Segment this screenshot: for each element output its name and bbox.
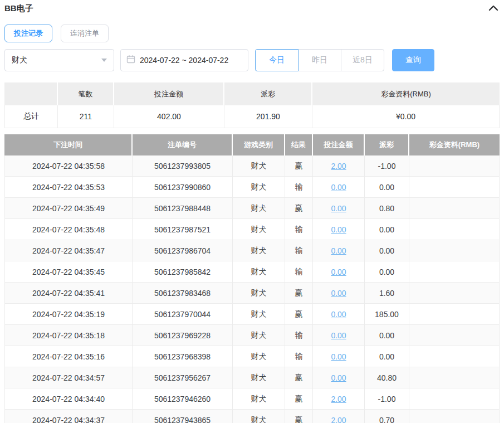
cell-jackpot [409,155,500,176]
cell-bet-amount: 2.00 [313,155,365,176]
summary-total-bet-amount: 402.00 [114,105,224,128]
cell-result: 输 [285,346,313,367]
cell-bet-amount: 0.00 [313,325,365,346]
cell-bet-time: 2024-07-22 04:35:58 [4,155,133,176]
bet-amount-link[interactable]: 0.00 [331,204,346,213]
cell-payout: 0.70 [365,410,409,423]
bet-amount-link[interactable]: 0.00 [331,310,346,319]
cell-payout: 0.80 [365,198,409,218]
cell-game-type: 财犬 [233,240,285,261]
cell-order-id: 5061237988448 [133,198,233,218]
cell-game-type: 财犬 [233,367,285,388]
quick-range-today-button[interactable]: 今日 [255,49,299,71]
chevron-up-icon [488,4,498,13]
cell-result: 赢 [285,155,313,176]
date-range-input[interactable]: 2024-07-22 ~ 2024-07-22 [120,49,248,71]
cell-bet-amount: 0.00 [313,367,365,388]
summary-header-count: 笔数 [58,82,114,105]
cell-jackpot [409,261,500,282]
cell-payout: 40.80 [365,367,409,388]
records-header-jackpot: 彩金资料(RMB) [409,134,500,155]
table-row: 2024-07-22 04:35:48 5061237987521 财犬 输 0… [4,219,500,240]
cell-bet-time: 2024-07-22 04:35:45 [4,261,133,282]
collapse-panel-button[interactable] [487,2,500,14]
table-row: 2024-07-22 04:35:19 5061237970044 财犬 赢 0… [4,304,500,325]
quick-range-yesterday-button[interactable]: 昨日 [298,49,341,71]
cell-bet-amount: 2.00 [313,410,365,423]
summary-total-row: 总计 211 402.00 201.90 ¥0.00 [4,105,500,128]
summary-header-blank [4,82,58,105]
cell-result: 赢 [285,367,313,388]
bet-amount-link[interactable]: 0.00 [331,268,346,276]
cell-result: 输 [285,177,313,197]
cell-result: 赢 [285,410,313,423]
page-title: BB电子 [4,3,33,14]
table-row: 2024-07-22 04:35:45 5061237985842 财犬 输 0… [4,261,500,283]
summary-table: 笔数 投注金额 派彩 彩金资料(RMB) 总计 211 402.00 201.9… [4,82,500,128]
cell-jackpot [409,198,500,218]
table-row: 2024-07-22 04:35:41 5061237983468 财犬 赢 0… [4,283,500,304]
cell-game-type: 财犬 [233,304,285,324]
cell-game-type: 财犬 [233,346,285,367]
tab-bet-records[interactable]: 投注记录 [4,25,52,42]
bet-amount-link[interactable]: 2.00 [331,395,346,403]
cell-jackpot [409,410,500,423]
cell-bet-amount: 0.00 [313,177,365,197]
quick-range-8days-button[interactable]: 近8日 [341,49,384,71]
cell-jackpot [409,325,500,346]
filter-controls: 财犬 2024-07-22 ~ 2024-07-22 今日 昨日 近8日 查询 [4,49,500,71]
cell-bet-amount: 0.00 [313,283,365,303]
table-row: 2024-07-22 04:35:47 5061237986704 财犬 输 0… [4,240,500,261]
cell-game-type: 财犬 [233,219,285,240]
cell-order-id: 5061237983468 [133,283,233,303]
records-header-payout: 派彩 [365,134,409,155]
records-header-result: 结果 [285,134,313,155]
bet-amount-link[interactable]: 0.00 [331,289,346,298]
summary-header-bet-amount: 投注金额 [114,82,224,105]
summary-header-jackpot: 彩金资料(RMB) [312,82,500,105]
table-row: 2024-07-22 04:34:57 5061237956267 财犬 赢 0… [4,367,500,388]
bet-amount-link[interactable]: 0.00 [331,183,346,192]
cell-bet-time: 2024-07-22 04:34:57 [4,367,133,388]
search-button[interactable]: 查询 [392,49,434,71]
cell-payout: 185.00 [365,304,409,324]
cell-game-type: 财犬 [233,177,285,197]
bet-amount-link[interactable]: 2.00 [331,416,346,423]
cell-result: 赢 [285,198,313,218]
records-header-order-id: 注单编号 [133,134,233,155]
cell-game-type: 财犬 [233,198,285,218]
cell-order-id: 5061237943865 [133,410,233,423]
cell-bet-amount: 0.00 [313,304,365,324]
table-row: 2024-07-22 04:35:49 5061237988448 财犬 赢 0… [4,198,500,219]
game-select[interactable]: 财犬 [4,49,114,71]
table-row: 2024-07-22 04:34:40 5061237946260 财犬 赢 2… [4,388,500,410]
cell-result: 输 [285,219,313,240]
bet-amount-link[interactable]: 0.00 [331,331,346,340]
cell-order-id: 5061237987521 [133,219,233,240]
summary-total-payout: 201.90 [224,105,312,128]
cell-payout: 1.60 [365,283,409,303]
cell-game-type: 财犬 [233,155,285,176]
cell-result: 输 [285,325,313,346]
summary-total-label: 总计 [4,105,58,128]
records-header-bet: 投注金额 [313,134,365,155]
bet-amount-link[interactable]: 0.00 [331,246,346,255]
records-header-game: 游戏类别 [233,134,285,155]
cell-order-id: 5061237970044 [133,304,233,324]
cell-bet-time: 2024-07-22 04:35:41 [4,283,133,303]
panel-header: BB电子 [4,0,500,14]
bet-amount-link[interactable]: 0.00 [331,352,346,361]
cell-bet-time: 2024-07-22 04:34:37 [4,410,133,423]
cell-payout: 0.00 [365,325,409,346]
cell-jackpot [409,219,500,240]
tab-cancelled-orders[interactable]: 连消注单 [61,25,109,42]
cell-jackpot [409,177,500,197]
cell-order-id: 5061237969228 [133,325,233,346]
bet-amount-link[interactable]: 2.00 [331,162,346,171]
bet-amount-link[interactable]: 0.00 [331,373,346,382]
table-row: 2024-07-22 04:35:53 5061237990860 财犬 输 0… [4,177,500,198]
bet-amount-link[interactable]: 0.00 [331,225,346,234]
records-table-header: 下注时间 注单编号 游戏类别 结果 投注金额 派彩 彩金资料(RMB) [4,134,500,155]
cell-bet-time: 2024-07-22 04:35:19 [4,304,133,324]
cell-jackpot [409,367,500,388]
